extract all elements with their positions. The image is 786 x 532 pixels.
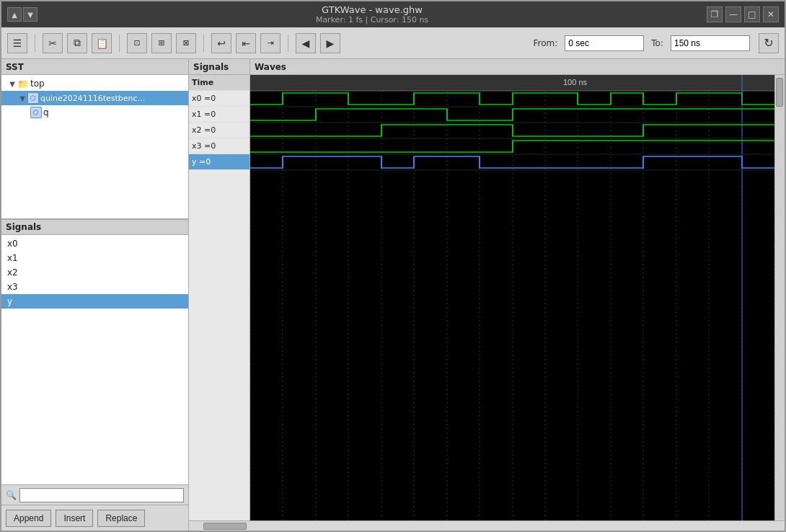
restore-button[interactable]: ❐ (707, 6, 723, 22)
horizontal-scrollbar[interactable] (189, 520, 785, 531)
vscroll-track (776, 75, 785, 520)
tree-label-q: q (43, 107, 49, 118)
vscroll-thumb[interactable] (776, 78, 783, 107)
sst-header: SST (1, 59, 188, 75)
toggle-top[interactable]: ▼ (7, 79, 17, 89)
append-button[interactable]: Append (6, 510, 51, 527)
folder-icon-top: 📁 (17, 78, 29, 89)
toggle-quine[interactable]: ▼ (17, 93, 27, 103)
titlebar: ▲ ▼ GTKWave - wave.ghw Marker: 1 fs | Cu… (1, 1, 785, 27)
replace-button[interactable]: Replace (97, 510, 145, 527)
wave-row-y: y =0 (189, 154, 250, 170)
tree-label-quine: quine20241116testbenc... (40, 94, 145, 103)
insert-button[interactable]: Insert (56, 510, 93, 527)
search-icon: 🔍 (6, 490, 17, 500)
titlebar-controls: ❐ — □ ✕ (707, 6, 779, 22)
to-input[interactable] (671, 35, 750, 51)
wave-row-x0: x0 =0 (189, 91, 250, 107)
next-button[interactable]: ▶ (320, 33, 340, 53)
signals-list[interactable]: x0 x1 x2 x3 y (1, 235, 188, 484)
from-input[interactable] (565, 35, 644, 51)
paste-button[interactable]: 📋 (92, 33, 112, 53)
waves-column-header: Waves (250, 59, 785, 74)
separator-4 (288, 35, 288, 52)
reload-button[interactable]: ↻ (759, 33, 779, 53)
menu-button[interactable]: ☰ (7, 33, 27, 53)
hscroll-thumb[interactable] (203, 523, 247, 530)
main-content: SST ▼ 📁 top ▼ ⬡ quine20241116testbenc... (1, 59, 785, 531)
waveform-canvas[interactable] (250, 75, 774, 520)
separator-1 (35, 35, 35, 52)
separator-2 (119, 35, 120, 52)
signal-x3[interactable]: x3 (1, 280, 188, 294)
separator-3 (203, 35, 204, 52)
signal-x0[interactable]: x0 (1, 236, 188, 251)
vertical-scrollbar[interactable] (774, 75, 785, 520)
tree-item-q[interactable]: ⬡ q (1, 105, 188, 120)
titlebar-center: GTKWave - wave.ghw Marker: 1 fs | Cursor… (37, 4, 707, 25)
sst-panel: SST ▼ 📁 top ▼ ⬡ quine20241116testbenc... (1, 59, 189, 531)
sst-tree[interactable]: ▼ 📁 top ▼ ⬡ quine20241116testbenc... ⬡ q (1, 75, 188, 219)
goto-end-button[interactable]: ⇥ (260, 33, 281, 53)
search-input[interactable] (19, 488, 184, 502)
signal-y[interactable]: y (1, 294, 188, 309)
toolbar: ☰ ✂ ⧉ 📋 ⊡ ⊞ ⊠ ↩ ⇤ ⇥ ◀ ▶ From: To: ↻ (1, 27, 785, 59)
main-window: ▲ ▼ GTKWave - wave.ghw Marker: 1 fs | Cu… (0, 0, 786, 532)
zoom-in-button[interactable]: ⊠ (176, 33, 196, 53)
signal-x1[interactable]: x1 (1, 251, 188, 265)
wave-row-time: Time (189, 75, 250, 91)
module-icon-q: ⬡ (30, 107, 42, 118)
titlebar-left: ▲ ▼ (7, 7, 37, 22)
undo-button[interactable]: ↩ (211, 33, 231, 53)
tree-item-quine[interactable]: ▼ ⬡ quine20241116testbenc... (1, 91, 188, 105)
signals-section: Signals x0 x1 x2 x3 y 🔍 Append Ins (1, 219, 188, 531)
zoom-select-button[interactable]: ⊞ (151, 33, 172, 53)
to-label: To: (651, 38, 663, 48)
search-bar: 🔍 (1, 484, 188, 505)
signals-column-header: Signals (189, 59, 250, 74)
window-title: GTKWave - wave.ghw (37, 4, 707, 15)
scroll-down-button[interactable]: ▼ (23, 7, 37, 22)
cut-button[interactable]: ✂ (43, 33, 63, 53)
module-icon-quine: ⬡ (27, 92, 39, 104)
tree-label-top: top (30, 79, 45, 89)
close-button[interactable]: ✕ (763, 6, 779, 22)
from-label: From: (534, 38, 558, 48)
signal-x2[interactable]: x2 (1, 265, 188, 280)
wave-signal-list: Time x0 =0 x1 =0 x2 =0 x3 =0 y (189, 75, 250, 520)
action-buttons: Append Insert Replace (1, 505, 188, 531)
tree-item-top[interactable]: ▼ 📁 top (1, 76, 188, 91)
scroll-up-button[interactable]: ▲ (7, 7, 22, 22)
wave-row-x1: x1 =0 (189, 107, 250, 123)
wave-content: Time x0 =0 x1 =0 x2 =0 x3 =0 y (189, 75, 785, 520)
window-subtitle: Marker: 1 fs | Cursor: 150 ns (37, 15, 707, 25)
goto-start-button[interactable]: ⇤ (236, 33, 256, 53)
maximize-button[interactable]: □ (744, 6, 760, 22)
waveform-area (250, 75, 774, 520)
wave-row-x2: x2 =0 (189, 123, 250, 138)
zoom-fit-button[interactable]: ⊡ (127, 33, 147, 53)
wave-panel: Signals Waves Time x0 =0 x1 =0 (189, 59, 785, 531)
signals-header: Signals (1, 219, 188, 235)
titlebar-arrows: ▲ ▼ (7, 7, 37, 22)
wave-header-row: Signals Waves (189, 59, 785, 75)
wave-row-x3: x3 =0 (189, 138, 250, 154)
minimize-button[interactable]: — (725, 6, 741, 22)
copy-button[interactable]: ⧉ (67, 33, 87, 53)
prev-button[interactable]: ◀ (296, 33, 316, 53)
